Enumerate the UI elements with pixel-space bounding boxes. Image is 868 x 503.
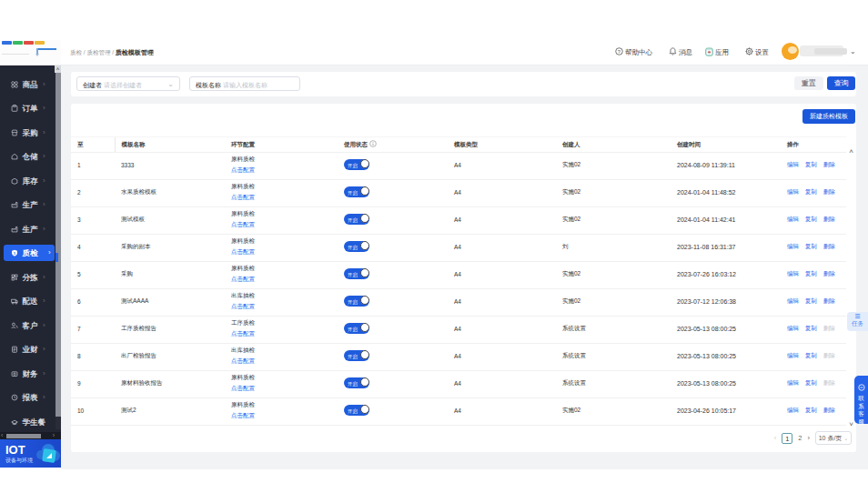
svg-text:?: ? (618, 49, 621, 55)
